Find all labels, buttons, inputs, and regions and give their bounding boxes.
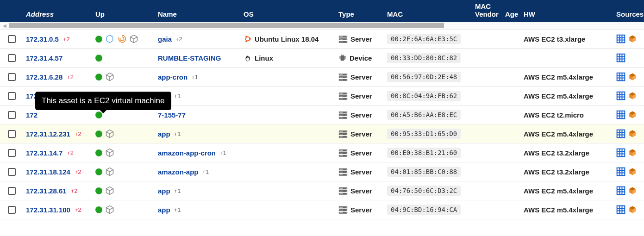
name-link[interactable]: gaia: [158, 35, 172, 43]
mac-address: 00:8C:04:9A:FB:62: [387, 91, 461, 101]
address-link[interactable]: 172: [26, 111, 38, 119]
header-hw[interactable]: HW: [521, 10, 613, 18]
scan-source-icon[interactable]: [616, 167, 625, 176]
row-checkbox[interactable]: [8, 111, 16, 119]
svg-rect-133: [617, 187, 625, 195]
aws-source-icon[interactable]: [628, 72, 637, 81]
header-vendor-bot[interactable]: Vendor: [475, 11, 500, 19]
table-row[interactable]: 172.31.12.231+2app+1Server00:95:33:D1:65…: [0, 124, 644, 143]
header-up[interactable]: Up: [93, 10, 155, 18]
address-link[interactable]: 172.31.28.61: [26, 187, 67, 195]
row-checkbox[interactable]: [8, 35, 16, 43]
table-row[interactable]: 172.31.28.61+2app+1Server04:76:50:6C:D3:…: [0, 181, 644, 200]
svg-rect-119: [617, 168, 625, 176]
svg-point-102: [346, 150, 347, 151]
row-checkbox[interactable]: [8, 73, 16, 81]
mac-address: 04:01:85:BB:C0:88: [387, 167, 461, 177]
type-label: Device: [350, 54, 372, 62]
scan-source-icon[interactable]: [616, 53, 625, 62]
name-link[interactable]: 7-155-77: [158, 111, 186, 119]
row-checkbox[interactable]: [8, 149, 16, 157]
row-checkbox[interactable]: [8, 54, 16, 62]
aws-source-icon[interactable]: [628, 148, 637, 157]
svg-point-130: [346, 188, 347, 189]
header-age[interactable]: Age: [502, 10, 521, 18]
aws-source-icon[interactable]: [628, 186, 637, 195]
server-icon: [338, 111, 348, 119]
table-row[interactable]: 172.31.4.57RUMBLE-STAGINGLinuxDevice00:3…: [0, 49, 644, 68]
row-checkbox[interactable]: [8, 187, 16, 195]
aws-source-icon[interactable]: [628, 167, 637, 176]
address-link[interactable]: 172.31.6.28: [26, 73, 63, 81]
svg-point-117: [346, 172, 347, 173]
cube-icon: [105, 205, 114, 214]
cube-icon: [129, 34, 138, 43]
header-type[interactable]: Type: [336, 10, 384, 18]
svg-point-61: [346, 96, 347, 97]
status-dot-icon: [95, 74, 102, 81]
row-checkbox[interactable]: [8, 206, 16, 214]
header-address[interactable]: Address: [23, 10, 93, 18]
address-link[interactable]: 172.31.18.124: [26, 168, 70, 176]
address-link[interactable]: 172.31.31.100: [26, 206, 70, 214]
scan-source-icon[interactable]: [616, 72, 625, 81]
row-checkbox[interactable]: [8, 130, 16, 138]
name-link[interactable]: app-cron: [158, 73, 188, 81]
type-label: Server: [350, 130, 372, 138]
address-link[interactable]: 172.31.12.231: [26, 130, 70, 138]
table-row[interactable]: 172.31.31.100+2app+1Server04:9C:BD:16:94…: [0, 200, 644, 219]
name-link[interactable]: amazon-app-cron: [158, 149, 216, 157]
svg-rect-147: [617, 206, 625, 214]
hardware-label: AWS EC2 t3.xlarge: [524, 35, 585, 43]
header-name[interactable]: Name: [155, 10, 241, 18]
address-link[interactable]: 172.31.0.5: [26, 35, 59, 43]
hardware-label: AWS EC2 m5.4xlarge: [524, 73, 593, 81]
name-link[interactable]: app: [158, 187, 170, 195]
aws-source-icon[interactable]: [628, 129, 637, 138]
status-dot-icon: [95, 187, 102, 194]
table-row[interactable]: 172.31.18.124+2amazon-app+1Server04:01:8…: [0, 162, 644, 181]
aws-source-icon[interactable]: [628, 34, 637, 43]
scan-source-icon[interactable]: [616, 110, 625, 119]
cube-icon: [105, 148, 114, 157]
header-sources[interactable]: Sources: [613, 10, 641, 18]
svg-point-20: [247, 56, 248, 57]
os-label: Linux: [255, 54, 273, 62]
scan-source-icon[interactable]: [616, 148, 625, 157]
table-row[interactable]: 172.31.6.28+2app-cron+1Server00:56:97:0D…: [0, 68, 644, 87]
svg-point-75: [346, 115, 347, 116]
linux-icon: [244, 54, 252, 62]
scan-source-icon[interactable]: [616, 34, 625, 43]
row-checkbox[interactable]: [8, 168, 16, 176]
name-link[interactable]: app: [158, 206, 170, 214]
name-link[interactable]: amazon-app: [158, 168, 199, 176]
scan-source-icon[interactable]: [616, 205, 625, 214]
table-header: Address Up Name OS Type MAC MAC Vendor A…: [0, 0, 644, 22]
aws-source-icon[interactable]: [628, 91, 637, 100]
aws-source-icon[interactable]: [628, 205, 637, 214]
scan-source-icon[interactable]: [616, 186, 625, 195]
address-link[interactable]: 172.31.4.57: [26, 54, 63, 62]
svg-rect-63: [617, 92, 625, 100]
address-link[interactable]: 172.31.14.7: [26, 149, 63, 157]
scan-source-icon[interactable]: [616, 129, 625, 138]
table-row[interactable]: 172.31.14.7+2amazon-app-cron+1Server00:E…: [0, 143, 644, 162]
svg-point-21: [248, 56, 249, 57]
header-mac[interactable]: MAC: [384, 10, 472, 18]
svg-rect-101: [340, 155, 343, 156]
header-os[interactable]: OS: [241, 10, 336, 18]
mac-address: 04:76:50:6C:D3:2C: [387, 186, 461, 196]
swirl-icon: [117, 34, 126, 43]
aws-source-icon[interactable]: [628, 110, 637, 119]
horizontal-scrollbar[interactable]: ◀: [0, 22, 644, 30]
svg-rect-85: [340, 131, 343, 131]
name-link[interactable]: app: [158, 130, 170, 138]
scroll-left-icon[interactable]: ◀: [0, 22, 9, 30]
scan-source-icon[interactable]: [616, 91, 625, 100]
row-checkbox[interactable]: [8, 92, 16, 100]
svg-rect-35: [617, 54, 625, 62]
table-row[interactable]: 172.31.0.5+2gaia+2Ubuntu Linux 18.04Serv…: [0, 30, 644, 49]
name-link[interactable]: RUMBLE-STAGING: [158, 54, 221, 62]
svg-rect-9: [340, 42, 343, 42]
ubuntu-icon: [244, 35, 252, 43]
